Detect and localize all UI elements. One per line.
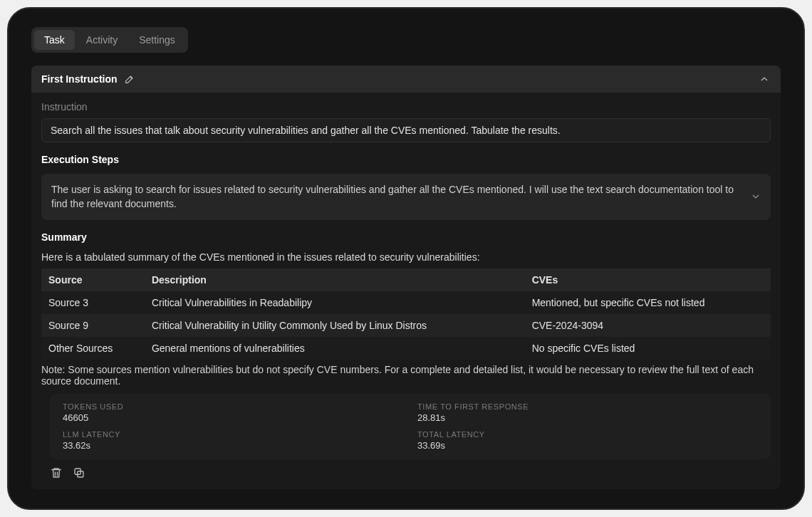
metric-label: LLM LATENCY: [63, 430, 403, 439]
table-row: Source 3 Critical Vulnerabilities in Rea…: [41, 291, 771, 314]
cell-description: General mentions of vulnerabilities: [145, 337, 525, 360]
summary-intro: Here is a tabulated summary of the CVEs …: [41, 251, 771, 263]
summary-note: Note: Some sources mention vulnerabiliti…: [41, 364, 771, 387]
table-row: Other Sources General mentions of vulner…: [41, 337, 771, 360]
instruction-label: Instruction: [41, 101, 771, 113]
metric-llm-latency: LLM LATENCY 33.62s: [63, 430, 403, 451]
cell-cves: CVE-2024-3094: [525, 314, 771, 337]
metric-label: TOKENS USED: [63, 402, 403, 411]
collapse-icon[interactable]: [758, 73, 771, 85]
cell-cves: Mentioned, but specific CVEs not listed: [525, 291, 771, 314]
metric-ttfr: TIME TO FIRST RESPONSE 28.81s: [417, 402, 758, 423]
instruction-section: First Instruction Instruction Search all…: [31, 66, 781, 489]
tab-activity[interactable]: Activity: [76, 30, 127, 50]
edit-icon[interactable]: [123, 73, 136, 85]
cell-cves: No specific CVEs listed: [525, 337, 771, 360]
tab-task[interactable]: Task: [34, 30, 75, 50]
execution-step[interactable]: The user is asking to search for issues …: [41, 174, 771, 220]
metric-tokens-used: TOKENS USED 46605: [63, 402, 403, 423]
copy-icon[interactable]: [73, 466, 85, 479]
metric-value: 28.81s: [417, 412, 758, 423]
tab-settings[interactable]: Settings: [129, 30, 185, 50]
col-cves: CVEs: [525, 268, 771, 291]
metric-value: 33.69s: [417, 440, 758, 451]
cell-source: Other Sources: [41, 337, 145, 360]
metric-value: 46605: [63, 412, 403, 423]
metric-label: TOTAL LATENCY: [417, 430, 758, 439]
chevron-down-icon[interactable]: [749, 190, 762, 203]
action-row: [50, 466, 771, 479]
instruction-text: Search all the issues that talk about se…: [41, 118, 771, 142]
metric-total-latency: TOTAL LATENCY 33.69s: [417, 430, 758, 451]
app-window: Task Activity Settings First Instruction…: [7, 7, 805, 510]
col-source: Source: [41, 268, 145, 291]
trash-icon[interactable]: [50, 466, 63, 479]
instruction-title: First Instruction: [41, 73, 118, 85]
metric-value: 33.62s: [63, 440, 403, 451]
execution-heading: Execution Steps: [41, 154, 771, 165]
cell-description: Critical Vulnerabilities in Readabilipy: [145, 291, 525, 314]
instruction-section-header: First Instruction: [31, 66, 781, 93]
summary-heading: Summary: [41, 231, 771, 243]
instruction-body: Instruction Search all the issues that t…: [31, 93, 781, 489]
cell-description: Critical Vulnerability in Utility Common…: [145, 314, 525, 337]
table-row: Source 9 Critical Vulnerability in Utili…: [41, 314, 771, 337]
metrics-panel: TOKENS USED 46605 TIME TO FIRST RESPONSE…: [50, 394, 771, 459]
results-table: Source Description CVEs Source 3 Critica…: [41, 268, 771, 360]
main-tabs: Task Activity Settings: [31, 27, 188, 53]
execution-step-text: The user is asking to search for issues …: [51, 184, 734, 209]
cell-source: Source 3: [41, 291, 145, 314]
col-description: Description: [145, 268, 525, 291]
cell-source: Source 9: [41, 314, 145, 337]
metric-label: TIME TO FIRST RESPONSE: [417, 402, 758, 411]
